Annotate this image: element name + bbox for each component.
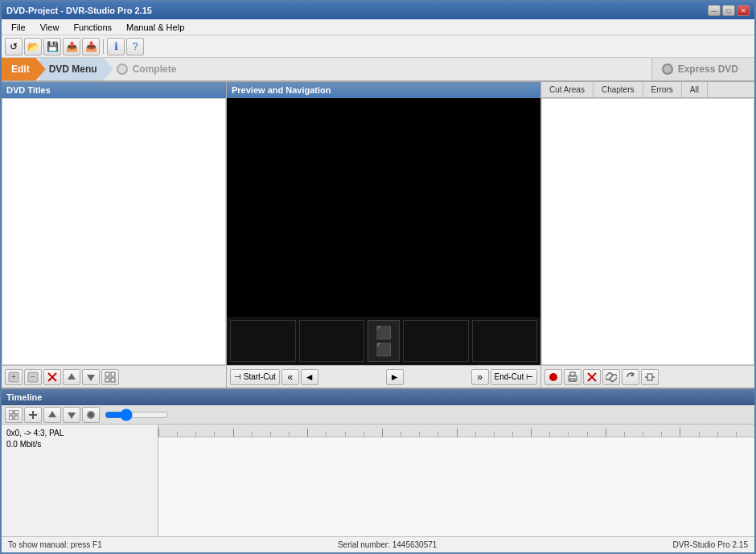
toolbar-info-btn[interactable]: ℹ [107,38,125,55]
svg-rect-24 [9,416,13,420]
tab-complete-label: Complete [133,64,177,75]
tab-all[interactable]: All [682,82,708,97]
tick [736,432,754,437]
tick [364,432,382,437]
step-back-btn[interactable]: ◄ [301,369,318,385]
tick [568,432,586,437]
tab-complete[interactable]: Complete [107,58,193,80]
start-cut-label: ⊣ Start-Cut [234,372,276,381]
preview-video-area [227,98,540,317]
menu-bar: File View Functions Manual & Help [2,19,754,35]
end-cut-btn[interactable]: End-Cut ⊢ [491,369,537,385]
timeline-grid-btn[interactable] [5,407,23,423]
tick [457,429,475,437]
thumb-icon-bottom[interactable]: ⬛ [376,342,392,357]
status-center: Serial number: 1445630571 [338,540,437,549]
svg-rect-10 [105,378,109,382]
timeline-label: Timeline [6,392,42,402]
toolbar-open-btn[interactable]: 📂 [24,38,42,55]
svg-marker-29 [68,412,76,419]
express-dvd-circle-icon [662,64,673,75]
tick [419,432,438,437]
right-panel: Cut Areas Chapters Errors All [541,82,754,388]
svg-text:+: + [11,372,16,381]
edit-controls: + − [2,365,226,388]
tick [214,432,232,437]
svg-rect-25 [14,416,18,420]
timeline-add-btn[interactable] [24,407,42,423]
delete-title-btn[interactable] [43,369,61,385]
right-ctrl-bar [541,365,754,388]
fast-forward-btn[interactable]: » [471,369,489,385]
tab-chapters[interactable]: Chapters [594,82,643,97]
tick [549,432,568,437]
toolbar-import-btn[interactable]: 📥 [82,38,100,55]
right-marker-btn[interactable] [641,369,659,385]
right-record-btn[interactable] [544,369,562,385]
toolbar-refresh-btn[interactable]: ↺ [5,38,23,55]
tick [531,429,549,437]
right-link-btn[interactable] [602,369,620,385]
thumb-icon-top[interactable]: ⬛ [376,325,392,340]
tab-cut-areas[interactable]: Cut Areas [541,82,594,97]
tick [177,432,195,437]
grid-btn[interactable] [101,369,119,385]
tab-dvd-menu[interactable]: DVD Menu [39,58,113,80]
start-cut-btn[interactable]: ⊣ Start-Cut [230,369,280,385]
minimize-button[interactable]: — [708,5,721,16]
rewind-btn[interactable]: « [281,369,299,385]
right-undo-btn[interactable] [622,369,639,385]
toolbar-save-btn[interactable]: 💾 [43,38,61,55]
menu-file[interactable]: File [5,21,32,34]
menu-manual-help[interactable]: Manual & Help [120,21,191,34]
tick [494,432,512,437]
tick [382,429,401,437]
tick [438,432,456,437]
timeline-down-btn[interactable] [63,407,80,423]
toolbar-export-btn[interactable]: 📤 [63,38,80,55]
timeline-header: Timeline [2,389,754,405]
move-up-btn[interactable] [63,369,80,385]
toolbar-help-btn[interactable]: ? [126,38,144,55]
window-title: DVD-Project - DVR-Studio Pro 2.15 [6,6,152,15]
tab-express-dvd[interactable]: Express DVD [651,58,754,80]
maximize-button[interactable]: □ [722,5,735,16]
timeline-zoom-slider[interactable] [105,409,169,421]
tick [158,429,177,437]
timeline-record-btn[interactable] [82,407,100,423]
tab-edit[interactable]: Edit [2,58,46,80]
svg-rect-23 [14,410,18,414]
remove-title-btn[interactable]: − [24,369,42,385]
tab-errors[interactable]: Errors [643,82,682,97]
add-title-btn[interactable]: + [5,369,23,385]
tab-edit-label: Edit [11,64,30,75]
complete-circle-icon [117,64,128,75]
tick [289,432,307,437]
playback-controls: ⊣ Start-Cut « ◄ ► » End-Cut ⊢ [227,365,540,388]
dvd-titles-label: DVD Titles [6,85,51,95]
move-down-btn[interactable] [82,369,100,385]
timeline-up-btn[interactable] [43,407,61,423]
tick [345,432,364,437]
main-content: DVD Titles + − [2,82,754,388]
tick [512,432,531,437]
right-print-btn[interactable] [564,369,581,385]
svg-rect-22 [9,410,13,414]
main-window: DVD-Project - DVR-Studio Pro 2.15 — □ ✕ … [0,0,756,554]
dvd-titles-content [2,98,226,365]
right-content [541,98,754,365]
right-delete-btn[interactable] [583,369,601,385]
play-btn[interactable]: ► [386,369,404,385]
thumbnail-1 [230,320,296,362]
workflow-bar: Edit DVD Menu Complete Express DVD [2,58,754,82]
tick [270,432,289,437]
tab-dvd-menu-label: DVD Menu [49,64,97,75]
thumbnail-row: ⬛ ⬛ [227,317,540,365]
menu-view[interactable]: View [34,21,66,34]
close-button[interactable]: ✕ [737,5,750,16]
svg-rect-11 [111,378,115,382]
tick [717,432,736,437]
toolbar: ↺ 📂 💾 📤 📥 ℹ ? [2,35,754,58]
preview-label: Preview and Navigation [232,85,331,95]
menu-functions[interactable]: Functions [67,21,118,34]
